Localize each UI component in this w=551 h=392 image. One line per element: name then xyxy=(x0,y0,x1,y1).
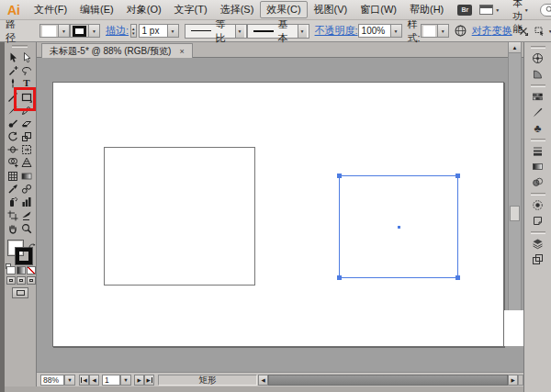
dropdown-arrow-icon[interactable]: ▼ xyxy=(235,25,244,38)
stepper-down-icon[interactable]: ▼ xyxy=(131,31,135,36)
dock-grip-icon[interactable] xyxy=(531,193,545,196)
tool-magic-wand[interactable] xyxy=(6,64,19,76)
tool-free-transform[interactable] xyxy=(20,143,33,155)
graphic-style-combo[interactable]: ▼ xyxy=(421,24,449,38)
tool-gradient[interactable] xyxy=(20,170,33,182)
stroke-weight-stepper[interactable]: ▲ ▼ xyxy=(130,24,136,38)
color-panel-button[interactable] xyxy=(524,51,551,65)
align-panel-link[interactable]: 对齐 xyxy=(472,24,492,38)
tool-mesh[interactable] xyxy=(6,170,19,182)
tool-type[interactable]: T xyxy=(20,77,33,89)
tool-symbol-sprayer[interactable] xyxy=(6,196,19,207)
swatches-panel-button[interactable] xyxy=(524,90,551,104)
stroke-panel-link[interactable]: 描边: xyxy=(106,24,129,38)
anchor-point-top-right[interactable] xyxy=(455,174,460,178)
previous-page-button[interactable]: ◀ xyxy=(89,375,99,386)
stroke-panel-button[interactable] xyxy=(524,144,551,158)
tool-rectangle[interactable] xyxy=(20,91,33,103)
fill-color-combo[interactable]: ▼ xyxy=(39,24,70,38)
menu-help[interactable]: 帮助(H) xyxy=(403,2,450,17)
menu-file[interactable]: 文件(F) xyxy=(28,2,73,17)
tool-selection[interactable] xyxy=(6,51,19,63)
tool-rotate[interactable] xyxy=(6,130,19,142)
search-input[interactable] xyxy=(540,4,551,17)
menu-type[interactable]: 文字(T) xyxy=(168,2,214,17)
panel-grip-icon[interactable] xyxy=(12,45,28,48)
artboards-panel-button[interactable] xyxy=(524,252,551,266)
tool-scale[interactable] xyxy=(20,130,33,142)
menu-window[interactable]: 窗口(W) xyxy=(354,2,403,17)
select-similar-button[interactable]: ▼ xyxy=(534,26,551,37)
tool-width[interactable] xyxy=(6,143,19,155)
page-number-field[interactable]: 1 xyxy=(102,375,120,386)
tool-zoom[interactable] xyxy=(20,222,33,234)
workspace-switcher[interactable]: 基本功能 ▼ xyxy=(512,0,528,36)
appearance-panel-button[interactable] xyxy=(524,198,551,212)
rectangle-object-1[interactable] xyxy=(104,147,255,286)
tool-eraser[interactable] xyxy=(20,117,33,129)
resize-grip[interactable] xyxy=(518,375,523,386)
tool-blob-brush[interactable] xyxy=(6,117,19,129)
canvas-area[interactable] xyxy=(37,58,523,372)
tool-pen[interactable] xyxy=(6,77,19,89)
menu-effect[interactable]: 效果(C) xyxy=(260,1,307,18)
transform-panel-link[interactable]: 变换 xyxy=(492,24,512,38)
arrange-documents-button[interactable]: ▼ xyxy=(479,5,500,15)
anchor-point-bottom-right[interactable] xyxy=(455,275,460,280)
stroke-color-combo[interactable]: ▼ xyxy=(70,24,100,38)
document-tab[interactable]: 未标题-5* @ 88% (RGB/预览) × xyxy=(41,43,193,58)
tool-eyedropper[interactable] xyxy=(6,183,19,195)
color-mode-button[interactable] xyxy=(6,266,16,274)
width-profile-combo[interactable]: 等比 ▼ xyxy=(185,24,247,39)
horizontal-scrollbar-thumb[interactable] xyxy=(268,375,508,386)
first-page-button[interactable]: ◀ xyxy=(79,375,89,386)
color-guide-panel-button[interactable] xyxy=(524,67,551,81)
screen-mode-button[interactable] xyxy=(12,287,28,298)
scroll-up-button[interactable]: ▲ xyxy=(509,42,521,53)
swap-fill-stroke-icon[interactable] xyxy=(28,237,36,253)
scroll-left-button[interactable]: ◀ xyxy=(258,375,268,386)
tool-paintbrush[interactable] xyxy=(6,104,19,116)
zoom-dropdown-button[interactable]: ▼ xyxy=(64,375,75,386)
none-mode-button[interactable] xyxy=(27,266,36,274)
menu-object[interactable]: 对象(O) xyxy=(120,2,168,17)
draw-behind-button[interactable] xyxy=(17,276,26,285)
stroke-weight-combo[interactable]: 1 px ▼ xyxy=(139,24,179,38)
symbols-panel-button[interactable]: ♣ xyxy=(524,121,551,135)
opacity-combo[interactable]: 100% ▼ xyxy=(358,24,402,38)
brush-definition-combo[interactable]: 基本 ▼ xyxy=(247,24,309,39)
tool-lasso[interactable] xyxy=(20,64,33,76)
tool-shape-builder[interactable] xyxy=(6,156,19,168)
tab-close-icon[interactable]: × xyxy=(179,47,184,56)
dock-grip-icon[interactable] xyxy=(531,84,545,87)
dropdown-arrow-icon[interactable]: ▼ xyxy=(437,25,448,37)
gradient-panel-button[interactable] xyxy=(524,160,551,174)
last-page-button[interactable]: ▶ xyxy=(144,375,154,386)
graphic-styles-panel-button[interactable] xyxy=(524,214,551,228)
vertical-scrollbar[interactable]: ▲ xyxy=(508,42,522,310)
recolor-artwork-button[interactable] xyxy=(455,25,467,37)
vertical-scrollbar-thumb[interactable] xyxy=(510,206,520,221)
anchor-point-top-left[interactable] xyxy=(337,174,342,178)
tool-hand[interactable] xyxy=(6,222,19,234)
tool-perspective-grid[interactable] xyxy=(20,156,33,168)
scroll-right-button[interactable]: ▶ xyxy=(508,375,518,386)
tool-column-graph[interactable] xyxy=(20,196,33,207)
anchor-point-bottom-left[interactable] xyxy=(337,275,342,280)
dock-grip-icon[interactable] xyxy=(531,46,545,49)
menu-edit[interactable]: 编辑(E) xyxy=(73,2,120,17)
rectangle-object-2-selected[interactable] xyxy=(339,175,458,278)
tool-line-segment[interactable] xyxy=(6,91,19,103)
dock-grip-icon[interactable] xyxy=(531,231,545,234)
menu-view[interactable]: 视图(V) xyxy=(308,2,354,17)
go-to-bridge-button[interactable]: Br xyxy=(457,5,472,16)
transparency-panel-button[interactable] xyxy=(524,175,551,189)
tool-blend[interactable] xyxy=(20,183,33,195)
menu-select[interactable]: 选择(S) xyxy=(214,2,261,17)
dropdown-arrow-icon[interactable]: ▼ xyxy=(298,25,307,38)
tool-slice[interactable] xyxy=(20,209,33,221)
tool-pencil[interactable] xyxy=(20,104,33,116)
layers-panel-button[interactable] xyxy=(524,237,551,251)
dropdown-arrow-icon[interactable]: ▼ xyxy=(390,25,401,37)
tool-artboard[interactable] xyxy=(6,209,19,221)
